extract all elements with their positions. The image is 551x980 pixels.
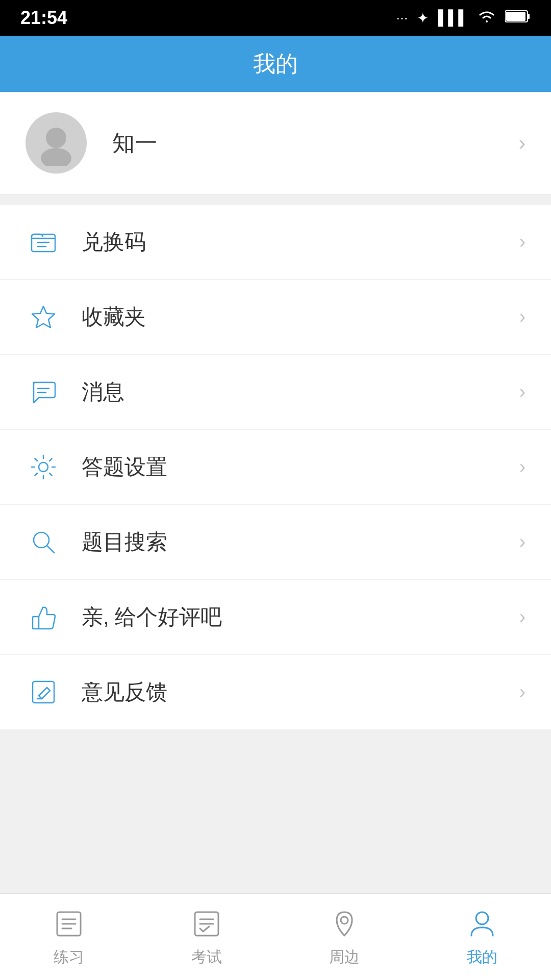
menu-item-messages[interactable]: 消息 › (0, 355, 551, 430)
chevron-icon: › (519, 681, 525, 703)
page-title: 我的 (253, 49, 298, 79)
nav-item-practice[interactable]: 练习 (0, 906, 138, 968)
bluetooth-icon: ✦ (417, 10, 429, 27)
nav-label-nearby: 周边 (329, 947, 360, 968)
menu-item-favorites[interactable]: 收藏夹 › (0, 280, 551, 355)
nav-item-nearby[interactable]: 周边 (276, 906, 413, 968)
svg-point-11 (39, 462, 48, 472)
chevron-icon: › (519, 231, 525, 253)
practice-icon (51, 906, 87, 942)
search-icon (26, 524, 61, 560)
menu-label-feedback: 意见反馈 (82, 678, 519, 706)
page-header: 我的 (0, 36, 551, 92)
chat-icon (26, 374, 61, 410)
menu-item-settings[interactable]: 答题设置 › (0, 430, 551, 505)
avatar (26, 112, 87, 174)
menu-label-settings: 答题设置 (82, 453, 519, 481)
thumbs-up-icon (26, 599, 61, 635)
status-bar: 21:54 ··· ✦ ▌▌▌ (0, 0, 551, 36)
svg-rect-14 (33, 681, 54, 703)
chevron-icon: › (519, 531, 525, 553)
folder-icon (26, 224, 61, 260)
svg-point-23 (341, 917, 348, 924)
nav-label-practice: 练习 (54, 947, 84, 968)
signal-bars-icon: ▌▌▌ (438, 10, 468, 26)
svg-point-3 (46, 128, 66, 148)
menu-item-feedback[interactable]: 意见反馈 › (0, 655, 551, 729)
bottom-navigation: 练习 考试 周边 我的 (0, 893, 551, 980)
menu-label-favorites: 收藏夹 (82, 303, 519, 331)
chevron-icon: › (519, 306, 525, 328)
nav-label-exam: 考试 (191, 947, 222, 968)
gear-icon (26, 449, 61, 485)
star-icon (26, 299, 61, 335)
chevron-icon: › (519, 456, 525, 478)
menu-label-rate: 亲, 给个好评吧 (82, 603, 519, 631)
chevron-icon: › (519, 606, 525, 628)
nav-item-exam[interactable]: 考试 (138, 906, 276, 968)
menu-label-messages: 消息 (82, 378, 519, 406)
svg-point-24 (476, 912, 488, 924)
chevron-icon: › (519, 381, 525, 403)
menu-item-redeem-code[interactable]: 兑换码 › (0, 205, 551, 280)
menu-section: 兑换码 › 收藏夹 › 消息 › (0, 205, 551, 729)
location-icon (327, 906, 362, 942)
profile-name: 知一 (112, 128, 519, 158)
profile-section[interactable]: 知一 › (0, 92, 551, 194)
profile-chevron-icon: › (519, 132, 525, 155)
signal-dots-icon: ··· (396, 10, 408, 26)
menu-item-rate[interactable]: 亲, 给个好评吧 › (0, 580, 551, 655)
nav-item-mine[interactable]: 我的 (413, 906, 551, 968)
svg-point-4 (41, 148, 71, 166)
svg-rect-2 (506, 12, 525, 21)
edit-icon (26, 674, 61, 710)
svg-rect-1 (528, 14, 530, 19)
menu-label-redeem-code: 兑换码 (82, 228, 519, 256)
battery-icon (505, 10, 531, 27)
status-time: 21:54 (20, 7, 67, 29)
status-icons: ··· ✦ ▌▌▌ (396, 9, 531, 27)
exam-icon (189, 906, 224, 942)
svg-line-13 (47, 546, 54, 553)
nav-label-mine: 我的 (467, 947, 497, 968)
person-icon (464, 906, 500, 942)
wifi-icon (478, 9, 496, 27)
menu-label-search: 题目搜索 (82, 528, 519, 556)
svg-marker-8 (32, 306, 55, 328)
menu-item-search[interactable]: 题目搜索 › (0, 505, 551, 580)
